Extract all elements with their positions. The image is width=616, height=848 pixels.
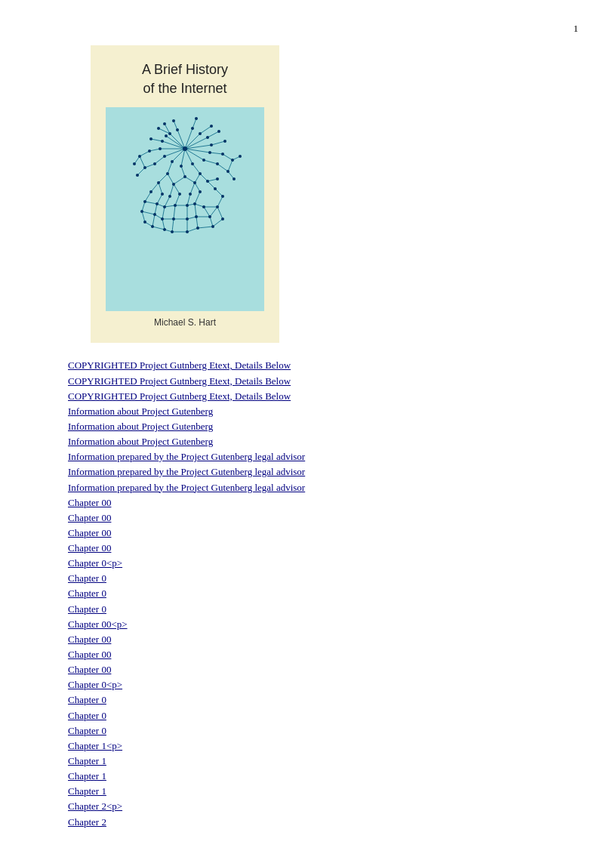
toc-item[interactable]: Information prepared by the Project Gute…: [68, 464, 548, 480]
svg-point-137: [136, 174, 139, 177]
toc-item[interactable]: COPYRIGHTED Project Gutnberg Etext, Deta…: [68, 358, 548, 373]
svg-point-124: [199, 172, 202, 175]
toc-item[interactable]: Chapter 0: [68, 571, 548, 586]
svg-point-107: [202, 159, 205, 162]
svg-point-136: [133, 162, 136, 165]
svg-point-152: [156, 202, 159, 205]
toc-item[interactable]: Chapter 00: [68, 662, 548, 677]
toc-item[interactable]: Chapter 0<p>: [68, 556, 548, 571]
svg-point-108: [191, 162, 194, 165]
svg-point-123: [216, 162, 219, 165]
toc-item[interactable]: Chapter 00: [68, 526, 548, 541]
svg-point-120: [217, 130, 220, 133]
svg-point-133: [239, 155, 242, 158]
toc-item[interactable]: Chapter 00: [68, 632, 548, 647]
toc-item[interactable]: Chapter 1: [68, 784, 548, 799]
svg-point-149: [214, 187, 217, 190]
svg-point-116: [163, 122, 166, 125]
svg-point-164: [195, 215, 198, 218]
svg-point-158: [216, 205, 219, 208]
network-graph: [106, 107, 264, 311]
svg-point-170: [171, 230, 174, 233]
svg-point-101: [176, 128, 179, 131]
toc-item[interactable]: Chapter 0<p>: [68, 677, 548, 692]
svg-point-112: [159, 147, 162, 150]
svg-point-151: [143, 200, 146, 203]
svg-point-146: [178, 193, 181, 196]
svg-point-115: [157, 127, 160, 130]
svg-point-140: [193, 181, 196, 184]
svg-point-117: [172, 119, 175, 122]
svg-point-138: [157, 181, 160, 184]
toc-item[interactable]: Information about Project Gutenberg: [68, 434, 548, 449]
svg-point-102: [191, 127, 194, 130]
svg-point-122: [221, 153, 224, 156]
toc-item[interactable]: Chapter 00: [68, 510, 548, 526]
svg-point-155: [186, 204, 189, 207]
svg-point-127: [153, 162, 156, 165]
book-title: A Brief History of the Internet: [142, 60, 228, 98]
svg-point-172: [196, 227, 199, 230]
toc-item[interactable]: Chapter 2<p>: [68, 799, 548, 814]
svg-point-129: [149, 137, 152, 140]
toc-item[interactable]: Chapter 00: [68, 495, 548, 510]
svg-point-142: [216, 177, 219, 180]
svg-point-104: [206, 136, 209, 139]
svg-point-141: [206, 180, 209, 183]
toc-item[interactable]: Chapter 00: [68, 647, 548, 662]
svg-point-109: [180, 165, 183, 168]
cover-author: Michael S. Hart: [154, 317, 216, 328]
svg-point-111: [163, 155, 166, 158]
book-cover: A Brief History of the Internet: [91, 45, 279, 343]
svg-point-103: [199, 132, 202, 135]
svg-point-131: [231, 159, 234, 162]
svg-point-161: [161, 217, 164, 220]
svg-point-157: [202, 205, 205, 208]
svg-point-168: [151, 225, 154, 228]
svg-point-173: [211, 225, 214, 228]
svg-point-128: [148, 150, 151, 153]
toc-item[interactable]: Chapter 0: [68, 723, 548, 739]
toc-item[interactable]: Chapter 1<p>: [68, 739, 548, 754]
toc-item[interactable]: COPYRIGHTED Project Gutnberg Etext, Deta…: [68, 389, 548, 404]
cover-image: [106, 107, 264, 311]
toc-item[interactable]: Chapter 2: [68, 815, 548, 830]
svg-point-99: [183, 146, 187, 151]
svg-point-148: [199, 190, 202, 193]
svg-point-165: [208, 215, 211, 218]
svg-point-169: [163, 228, 166, 231]
page-number: 1: [574, 23, 579, 35]
toc-item[interactable]: Information prepared by the Project Gute…: [68, 449, 548, 464]
svg-point-156: [193, 202, 196, 205]
toc-item[interactable]: Chapter 0: [68, 692, 548, 708]
svg-point-171: [186, 230, 189, 233]
toc-item[interactable]: Chapter 0: [68, 602, 548, 617]
svg-point-147: [189, 193, 192, 196]
page: 1 A Brief History of the Internet: [0, 0, 616, 848]
svg-point-126: [166, 172, 169, 175]
toc-item[interactable]: Chapter 00<p>: [68, 617, 548, 632]
svg-point-114: [165, 134, 168, 137]
toc-item[interactable]: Chapter 00: [68, 541, 548, 556]
toc-item[interactable]: Information about Project Gutenberg: [68, 419, 548, 434]
svg-point-162: [172, 217, 175, 220]
svg-point-119: [210, 125, 213, 128]
toc-item[interactable]: Chapter 0: [68, 708, 548, 723]
toc-item[interactable]: Chapter 1: [68, 754, 548, 769]
toc-item[interactable]: Chapter 0: [68, 586, 548, 601]
toc-item[interactable]: Information about Project Gutenberg: [68, 404, 548, 419]
svg-point-139: [172, 183, 175, 186]
toc-item[interactable]: Chapter 1: [68, 769, 548, 784]
svg-point-100: [168, 132, 171, 135]
svg-point-121: [223, 140, 226, 143]
svg-rect-0: [106, 107, 264, 311]
svg-point-135: [143, 166, 146, 169]
toc-item[interactable]: COPYRIGHTED Project Gutnberg Etext, Deta…: [68, 374, 548, 389]
svg-point-153: [163, 205, 166, 208]
svg-point-110: [171, 160, 174, 163]
svg-point-159: [140, 210, 143, 213]
svg-point-144: [161, 193, 164, 196]
svg-point-167: [143, 220, 146, 224]
svg-point-163: [186, 217, 189, 220]
toc-item[interactable]: Information prepared by the Project Gute…: [68, 480, 548, 495]
